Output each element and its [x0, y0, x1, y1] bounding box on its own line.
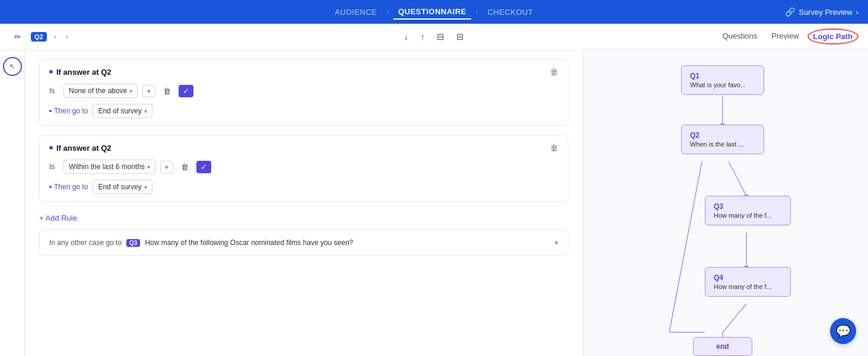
nav-step-questionnaire[interactable]: QUESTIONNAIRE [393, 5, 471, 20]
flow-node-q2[interactable]: Q2 When is the last ... [681, 125, 764, 154]
node-q3-text: How many of the f... [714, 212, 782, 219]
node-q1-text: What is your favo... [690, 81, 755, 88]
sidebar-tool-icon[interactable]: ↖ [3, 57, 22, 76]
rule-1-trash-condition-button[interactable]: 🗑 [160, 85, 174, 97]
rule-1-then-row: Then go to End of survey ▾ [49, 104, 558, 118]
rule-1-condition-dropdown[interactable]: None of the above ▾ [63, 84, 138, 98]
svg-line-2 [729, 161, 746, 196]
rule-2-add-condition-button[interactable]: + [160, 161, 173, 173]
move-up-button[interactable]: ↑ [417, 29, 429, 44]
nav-step-audience[interactable]: AUDIENCE [330, 5, 381, 19]
rule-1-condition-row: Is None of the above ▾ + 🗑 ✓ [49, 84, 558, 98]
rule-2-condition-dropdown[interactable]: Within the last 6 months ▾ [63, 160, 155, 174]
end-label: end [716, 342, 729, 351]
survey-preview-label: Survey Preview [799, 8, 852, 17]
add-rule-button[interactable]: + Add Rule [39, 211, 77, 225]
secondary-toolbar: ✏ Q2 ‹ › ↓ ↑ ⊟ ⊟ Questions Preview Logic… [0, 24, 868, 50]
delete-button-2[interactable]: ⊟ [453, 29, 468, 44]
rule-1-add-condition-button[interactable]: + [142, 85, 155, 97]
main-content: ↖ If answer at Q2 🗑 Is None of the above… [0, 50, 868, 356]
rule-1-is-label: Is [49, 87, 59, 95]
survey-preview-link[interactable]: 🔗 Survey Preview › [785, 7, 859, 17]
rule-2-confirm-button[interactable]: ✓ [196, 161, 211, 173]
rule-1-goto-dropdown[interactable]: End of survey ▾ [93, 104, 152, 118]
chat-bubble-button[interactable]: 💬 [830, 318, 856, 344]
rule-2-is-label: Is [49, 163, 59, 171]
rule-2-title: If answer at Q2 [49, 144, 111, 152]
node-q1-id: Q1 [690, 72, 755, 80]
nav-steps: AUDIENCE › QUESTIONNAIRE › CHECKOUT [330, 5, 538, 20]
nav-step-checkout[interactable]: CHECKOUT [483, 5, 538, 19]
node-q2-id: Q2 [690, 131, 755, 139]
flow-node-q4[interactable]: Q4 How many of the f... [705, 267, 791, 297]
tab-questions[interactable]: Questions [717, 28, 764, 45]
any-case-badge: Q3 [126, 239, 140, 247]
node-q2-text: When is the last ... [690, 141, 755, 148]
next-question-button[interactable]: › [63, 31, 71, 42]
edit-icon-button[interactable]: ✏ [9, 28, 26, 45]
flow-node-q1[interactable]: Q1 What is your favo... [681, 65, 764, 95]
svg-line-7 [723, 304, 746, 332]
prev-question-button[interactable]: ‹ [52, 31, 59, 42]
any-case-caret[interactable]: ▾ [555, 239, 558, 247]
rule-1-header: If answer at Q2 🗑 [49, 67, 558, 77]
rule-block-1: If answer at Q2 🗑 Is None of the above ▾… [39, 59, 568, 126]
tab-logic-path[interactable]: Logic Path [807, 28, 859, 44]
view-tabs: Questions Preview Logic Path [717, 28, 859, 45]
pencil-icon: ✏ [14, 32, 21, 42]
survey-preview-arrow: › [856, 8, 859, 17]
center-tools: ↓ ↑ ⊟ ⊟ [400, 29, 468, 44]
any-case-question: How many of the following Oscar nominate… [145, 239, 353, 247]
rule-1-then-label: Then go to [49, 107, 88, 115]
nav-arrow-2: › [476, 8, 478, 15]
tab-preview[interactable]: Preview [765, 28, 805, 45]
node-q3-id: Q3 [714, 202, 782, 211]
link-icon: 🔗 [785, 7, 795, 17]
middle-panel: If answer at Q2 🗑 Is None of the above ▾… [25, 50, 583, 356]
rule-2-then-row: Then go to End of survey ▾ [49, 180, 558, 194]
rule-2-delete-icon[interactable]: 🗑 [550, 143, 558, 152]
rule-1-title: If answer at Q2 [49, 68, 111, 77]
flow-node-q3[interactable]: Q3 How many of the f... [705, 196, 791, 225]
any-other-case-block: In any other case go to Q3 How many of t… [39, 230, 568, 256]
rule-2-trash-condition-button[interactable]: 🗑 [178, 161, 192, 173]
question-badge: Q2 [31, 32, 47, 42]
rule-1-delete-icon[interactable]: 🗑 [550, 67, 558, 77]
any-case-prefix: In any other case go to [49, 239, 122, 247]
logic-path-panel: Q1 What is your favo... Q2 When is the l… [583, 50, 868, 356]
top-navigation: AUDIENCE › QUESTIONNAIRE › CHECKOUT 🔗 Su… [0, 0, 868, 24]
cursor-icon: ↖ [9, 62, 15, 71]
rule-2-condition-row: Is Within the last 6 months ▾ + 🗑 ✓ [49, 160, 558, 174]
flow-diagram: Q1 What is your favo... Q2 When is the l… [637, 59, 815, 356]
move-down-button[interactable]: ↓ [400, 29, 412, 44]
flow-node-end: end [693, 337, 752, 356]
rule-block-2: If answer at Q2 🗑 Is Within the last 6 m… [39, 135, 568, 202]
rule-2-goto-dropdown[interactable]: End of survey ▾ [93, 180, 152, 194]
node-q4-id: Q4 [714, 274, 782, 282]
rule-2-then-label: Then go to [49, 183, 88, 191]
left-tools: ✏ Q2 ‹ › [9, 28, 71, 45]
delete-button-1[interactable]: ⊟ [433, 29, 448, 44]
chat-icon: 💬 [836, 324, 851, 338]
node-q4-text: How many of the f... [714, 283, 782, 290]
nav-arrow-1: › [387, 8, 389, 15]
rule-2-header: If answer at Q2 🗑 [49, 143, 558, 152]
rule-1-confirm-button[interactable]: ✓ [179, 85, 193, 97]
svg-line-4 [669, 161, 702, 332]
left-sidebar: ↖ [0, 50, 25, 356]
